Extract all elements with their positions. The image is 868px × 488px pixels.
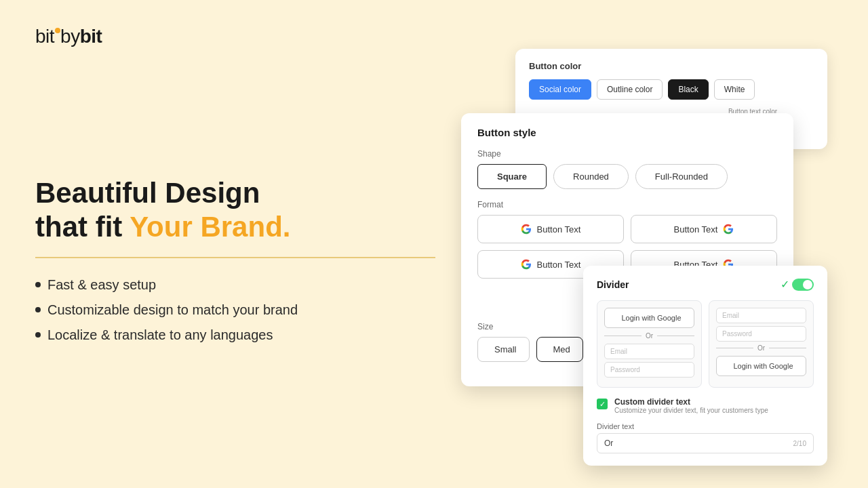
preview-panels: Login with Google Or Email Password Emai… bbox=[597, 300, 814, 388]
bullet-dot-3 bbox=[35, 332, 41, 338]
google-icon-1 bbox=[521, 224, 532, 235]
custom-divider-row: Custom divider text Customize your divid… bbox=[597, 397, 814, 414]
divider-card: Divider ✓ Login with Google Or Email Pa bbox=[583, 266, 827, 466]
headline-line2-plain: that fit bbox=[35, 211, 130, 243]
preview-login-text-left: Login with Google bbox=[621, 314, 681, 322]
divider-line-r2 bbox=[769, 348, 806, 348]
divider-line-left bbox=[604, 336, 642, 336]
logo-text-by: by bbox=[60, 26, 80, 47]
custom-divider-text: Custom divider text Customize your divid… bbox=[614, 397, 768, 414]
divider-line-right bbox=[657, 336, 694, 336]
black-color-button[interactable]: Black bbox=[668, 79, 708, 100]
custom-divider-title: Custom divider text bbox=[614, 397, 768, 407]
format-label: Format bbox=[477, 200, 777, 209]
shape-section: Shape Square Rounded Full-Rounded bbox=[477, 149, 777, 189]
preview-divider-left: Or bbox=[604, 332, 694, 340]
shape-label: Shape bbox=[477, 149, 777, 159]
preview-panel-right: Email Password Or Login with Google bbox=[709, 300, 814, 388]
google-icon-3 bbox=[521, 259, 532, 270]
format-btn-1[interactable]: Button Text bbox=[477, 215, 624, 243]
logo-text-bit1: bit bbox=[35, 26, 54, 47]
bullet-item-1: Fast & easy setup bbox=[35, 277, 435, 293]
check-icon: ✓ bbox=[781, 278, 789, 291]
preview-login-text-right: Login with Google bbox=[733, 362, 793, 370]
small-size-button[interactable]: Small bbox=[477, 337, 530, 362]
logo-dot bbox=[55, 28, 60, 33]
medium-size-label: Med bbox=[553, 344, 570, 354]
headline-line2-colored: Your Brand. bbox=[130, 211, 290, 243]
preview-google-btn-left[interactable]: Login with Google bbox=[604, 308, 694, 328]
preview-password-input-left[interactable]: Password bbox=[604, 362, 694, 378]
bullet-item-2: Customizable design to match your brand bbox=[35, 302, 435, 318]
bullet-item-3: Localize & translate to any languages bbox=[35, 327, 435, 343]
divider-text-input[interactable]: Or 2/10 bbox=[597, 433, 814, 453]
bullet-text-1: Fast & easy setup bbox=[47, 277, 156, 293]
ui-cards-area: Button color Social color Outline color … bbox=[461, 49, 841, 469]
format-btn-label-1: Button Text bbox=[537, 224, 581, 235]
logo-text-bit2: bit bbox=[80, 26, 102, 47]
rounded-shape-button[interactable]: Rounded bbox=[553, 164, 629, 189]
preview-email-input-right[interactable]: Email bbox=[716, 308, 806, 323]
headline: Beautiful Design that fit Your Brand. bbox=[35, 176, 435, 245]
button-style-title: Button style bbox=[477, 127, 777, 138]
bullet-text-3: Localize & translate to any languages bbox=[47, 327, 273, 343]
google-icon-2 bbox=[723, 224, 734, 235]
outline-color-button[interactable]: Outline color bbox=[597, 79, 663, 100]
bullet-dot-2 bbox=[35, 307, 41, 312]
preview-divider-right: Or bbox=[716, 344, 806, 352]
square-shape-button[interactable]: Square bbox=[477, 164, 547, 189]
white-color-button[interactable]: White bbox=[714, 79, 755, 100]
preview-google-btn-right[interactable]: Login with Google bbox=[716, 356, 806, 376]
feature-list: Fast & easy setup Customizable design to… bbox=[35, 277, 435, 343]
format-btn-label-2: Button Text bbox=[674, 224, 718, 235]
divider-or-left: Or bbox=[646, 332, 653, 340]
preview-password-input-right[interactable]: Password bbox=[716, 326, 806, 342]
divider-text-value: Or bbox=[604, 439, 613, 448]
toggle-on[interactable] bbox=[792, 279, 814, 291]
divider-or-right: Or bbox=[757, 344, 765, 352]
full-rounded-shape-button[interactable]: Full-Rounded bbox=[635, 164, 728, 189]
medium-size-button[interactable]: Med bbox=[536, 337, 583, 362]
bullet-dot-1 bbox=[35, 282, 41, 287]
bullet-text-2: Customizable design to match your brand bbox=[47, 302, 298, 318]
format-btn-2[interactable]: Button Text bbox=[631, 215, 777, 243]
small-size-label: Small bbox=[494, 344, 517, 354]
color-options-row: Social color Outline color Black White bbox=[529, 79, 814, 100]
divider-line-r1 bbox=[716, 348, 753, 348]
char-count: 2/10 bbox=[793, 440, 806, 447]
headline-line1: Beautiful Design bbox=[35, 177, 260, 209]
preview-email-input-left[interactable]: Email bbox=[604, 344, 694, 359]
shape-buttons-group: Square Rounded Full-Rounded bbox=[477, 164, 777, 189]
custom-divider-desc: Customize your divider text, fit your cu… bbox=[614, 407, 768, 414]
button-color-title: Button color bbox=[529, 61, 814, 71]
divider-card-title: Divider bbox=[597, 279, 629, 290]
divider-text-label: Divider text bbox=[597, 422, 814, 430]
divider-header: Divider ✓ bbox=[597, 278, 814, 291]
format-btn-label-3: Button Text bbox=[537, 260, 581, 270]
divider-toggle[interactable]: ✓ bbox=[781, 278, 814, 291]
custom-divider-checkbox[interactable] bbox=[597, 399, 608, 409]
preview-panel-left: Login with Google Or Email Password bbox=[597, 300, 702, 388]
headline-divider bbox=[35, 257, 435, 258]
social-color-button[interactable]: Social color bbox=[529, 79, 591, 100]
logo: bitbybit bbox=[35, 26, 102, 47]
left-content: Beautiful Design that fit Your Brand. Fa… bbox=[35, 176, 435, 352]
